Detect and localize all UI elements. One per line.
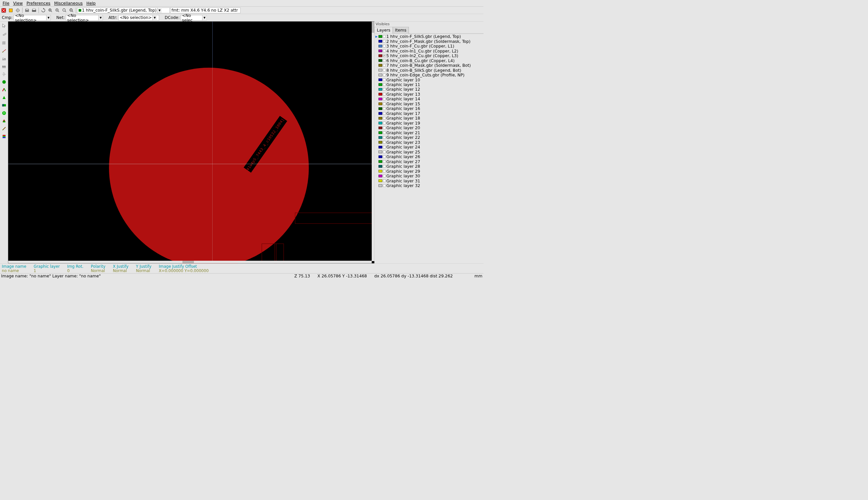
- layer-visible-checkbox[interactable]: ✔: [383, 55, 386, 57]
- layer-color-swatch[interactable]: [379, 146, 382, 148]
- layer-visible-checkbox[interactable]: [383, 160, 386, 163]
- menu-miscellaneous[interactable]: Miscellaneous: [52, 0, 84, 7]
- zoom-redraw-button[interactable]: [61, 7, 68, 14]
- layer-color-swatch[interactable]: [379, 141, 382, 144]
- layer-row[interactable]: Graphic layer 15: [375, 101, 483, 106]
- layer-row[interactable]: Graphic layer 21: [375, 130, 483, 135]
- layer-visible-checkbox[interactable]: [383, 175, 386, 178]
- layer-row[interactable]: ▶1 hhv_coin-F_SilkS.gbr (Legend, Top): [375, 34, 483, 38]
- layer-visible-checkbox[interactable]: [383, 141, 386, 144]
- lines-sketch-toggle[interactable]: [0, 87, 7, 93]
- layer-visible-checkbox[interactable]: [383, 88, 386, 91]
- tab-items[interactable]: Items: [393, 27, 409, 34]
- layer-visible-checkbox[interactable]: [383, 74, 386, 77]
- layer-color-swatch[interactable]: [379, 64, 382, 67]
- layer-row[interactable]: 2 hhv_coin-F_Mask.gbr (Soldermask, Top): [375, 39, 483, 44]
- gerber-canvas[interactable]: 41w4p5_7443_4_c10532_1004]: [8, 22, 374, 263]
- units-mm-button[interactable]: mm: [0, 63, 7, 70]
- polar-toggle[interactable]: [0, 47, 7, 55]
- layers-manager-toggle[interactable]: [0, 133, 7, 140]
- layer-color-swatch[interactable]: [379, 170, 382, 172]
- layer-visible-checkbox[interactable]: [383, 64, 386, 67]
- layer-visible-checkbox[interactable]: [383, 131, 386, 134]
- layer-row[interactable]: Graphic layer 31: [375, 179, 483, 183]
- layer-visible-checkbox[interactable]: [383, 45, 386, 47]
- layer-colors-button[interactable]: [0, 117, 7, 124]
- layer-color-swatch[interactable]: [379, 150, 382, 153]
- layer-row[interactable]: Graphic layer 27: [375, 159, 483, 164]
- tab-layers[interactable]: Layers: [374, 27, 393, 34]
- layer-visible-checkbox[interactable]: [383, 98, 386, 100]
- layer-color-swatch[interactable]: [379, 179, 382, 182]
- layer-color-swatch[interactable]: [379, 74, 382, 77]
- print-button[interactable]: [31, 7, 37, 14]
- layer-row[interactable]: 7 hhv_coin-B_Mask.gbr (Soldermask, Bot): [375, 63, 483, 67]
- attr-select[interactable]: <No selection> ▾: [118, 15, 159, 21]
- zoom-in-button[interactable]: [47, 7, 54, 14]
- active-layer-select[interactable]: 1 hhv_coin-F_SilkS.gbr (Legend, Top) ▾: [77, 8, 170, 13]
- layer-color-swatch[interactable]: [379, 127, 382, 129]
- layer-color-swatch[interactable]: [379, 55, 382, 57]
- layer-color-swatch[interactable]: [379, 122, 382, 125]
- scrollbar-thumb[interactable]: [183, 261, 194, 263]
- horizontal-scrollbar[interactable]: [8, 261, 372, 263]
- zoom-fit-button[interactable]: [68, 7, 75, 14]
- layer-color-swatch[interactable]: [379, 175, 382, 178]
- menu-file[interactable]: File: [1, 0, 11, 7]
- layer-visible-checkbox[interactable]: [383, 107, 386, 110]
- dcodes-toggle[interactable]: D: [0, 110, 7, 117]
- print-preview-button[interactable]: [24, 7, 30, 14]
- menu-view[interactable]: View: [11, 0, 25, 7]
- dcode-select[interactable]: <No selec ▾: [181, 15, 207, 21]
- layer-color-swatch[interactable]: [379, 98, 382, 100]
- layer-row[interactable]: Graphic layer 18: [375, 116, 483, 121]
- menu-preferences[interactable]: Preferences: [25, 0, 52, 7]
- layer-visible-checkbox[interactable]: [383, 49, 386, 52]
- menu-help[interactable]: Help: [84, 0, 97, 7]
- layer-color-swatch[interactable]: [379, 88, 382, 91]
- layer-visible-checkbox[interactable]: [383, 40, 386, 43]
- layer-visible-checkbox[interactable]: [383, 156, 386, 158]
- layer-row[interactable]: Graphic layer 10: [375, 77, 483, 82]
- layer-color-swatch[interactable]: [379, 35, 382, 38]
- layer-color-swatch[interactable]: [379, 93, 382, 96]
- layer-color-swatch[interactable]: [379, 45, 382, 47]
- layer-visible-checkbox[interactable]: [383, 83, 386, 86]
- layer-visible-checkbox[interactable]: [383, 117, 386, 120]
- layer-color-swatch[interactable]: [379, 78, 382, 81]
- polygons-sketch-toggle[interactable]: [0, 94, 7, 101]
- layer-color-swatch[interactable]: [379, 103, 382, 105]
- layer-row[interactable]: Graphic layer 26: [375, 155, 483, 159]
- layer-visible-checkbox[interactable]: [383, 78, 386, 81]
- layer-color-swatch[interactable]: [379, 184, 382, 187]
- set-origin-button[interactable]: [14, 7, 21, 14]
- layer-row[interactable]: Graphic layer 16: [375, 106, 483, 111]
- grid-toggle[interactable]: [0, 39, 7, 46]
- layer-visible-checkbox[interactable]: [383, 93, 386, 96]
- layer-visible-checkbox[interactable]: [383, 127, 386, 129]
- layer-row[interactable]: Graphic layer 12: [375, 87, 483, 92]
- layer-visible-checkbox[interactable]: [383, 165, 386, 168]
- measure-tool[interactable]: [0, 30, 7, 37]
- layer-visible-checkbox[interactable]: [383, 122, 386, 125]
- layer-row[interactable]: Graphic layer 22: [375, 135, 483, 140]
- layer-row[interactable]: Graphic layer 11: [375, 82, 483, 87]
- layer-color-swatch[interactable]: [379, 49, 382, 52]
- layer-row[interactable]: 9 hhv_coin-Edge_Cuts.gbr (Profile, NP): [375, 72, 483, 77]
- layer-color-swatch[interactable]: [379, 112, 382, 115]
- layer-color-swatch[interactable]: [379, 160, 382, 163]
- layer-visible-checkbox[interactable]: [383, 112, 386, 115]
- units-inch-button[interactable]: in: [0, 55, 7, 62]
- layer-row[interactable]: 4 hhv_coin-In1_Cu.gbr (Copper, L2): [375, 48, 483, 53]
- layer-row[interactable]: Graphic layer 14: [375, 97, 483, 101]
- layer-row[interactable]: Graphic layer 19: [375, 121, 483, 125]
- layer-row[interactable]: Graphic layer 29: [375, 169, 483, 173]
- layer-visible-checkbox[interactable]: [383, 150, 386, 153]
- layer-row[interactable]: Graphic layer 13: [375, 92, 483, 96]
- vertical-scrollbar[interactable]: [372, 22, 374, 261]
- cursor-shape-toggle[interactable]: [0, 71, 7, 78]
- layer-color-swatch[interactable]: [379, 136, 382, 139]
- layer-row[interactable]: 6 hhv_coin-B_Cu.gbr (Copper, L4): [375, 58, 483, 63]
- cursor-tool[interactable]: [0, 22, 7, 29]
- layer-visible-checkbox[interactable]: [383, 146, 386, 148]
